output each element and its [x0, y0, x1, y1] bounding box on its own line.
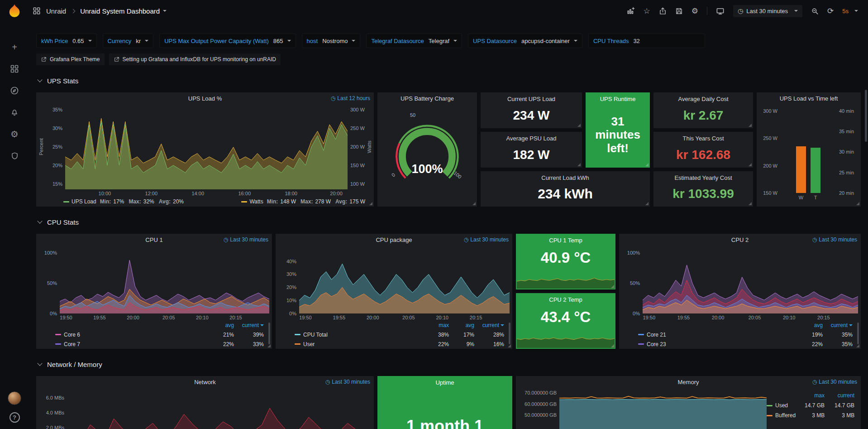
panel-title[interactable]: UPS Battery Charge — [401, 95, 454, 102]
variable-cpu-threads[interactable]: CPU Threads 32 — [588, 34, 706, 48]
series-name[interactable]: Core 6 — [55, 332, 208, 338]
panel-title[interactable]: UPS Load vs Time left — [780, 95, 838, 102]
variable-label: CPU Threads — [593, 38, 629, 44]
share-button[interactable] — [659, 7, 667, 15]
series-name[interactable]: Core 21 — [638, 332, 796, 338]
refresh-interval-picker[interactable]: 5s — [842, 8, 858, 14]
panel-title[interactable]: UPS Load % — [188, 95, 222, 102]
add-panel-button[interactable] — [627, 7, 635, 15]
scrollbar-thumb[interactable] — [865, 90, 867, 142]
save-button[interactable] — [675, 7, 683, 15]
panel-time-range-badge[interactable]: ◷ Last 30 minutes — [812, 379, 857, 385]
panel-title[interactable]: Memory — [678, 379, 699, 386]
sidebar-create-button[interactable]: + — [5, 39, 24, 55]
panel-cpu-1-temp: CPU 1 Temp 40.9 °C — [516, 234, 615, 289]
panel-title[interactable]: Current UPS Load — [507, 96, 555, 102]
dashboard-title-dropdown[interactable]: Unraid System Dashboard — [80, 7, 167, 15]
legend-scrollbar[interactable] — [857, 323, 859, 344]
panel-title[interactable]: CPU 1 — [145, 236, 162, 243]
panel-title[interactable]: Average PSU Load — [506, 135, 556, 142]
panel-title[interactable]: CPU package — [376, 236, 412, 243]
cycle-view-button[interactable] — [716, 7, 725, 15]
panel-time-range-badge[interactable]: ◷ Last 30 minutes — [325, 379, 370, 385]
panel-current-load-kwh: Current Load kWh 234 kWh — [481, 171, 650, 207]
legend-scrollbar[interactable] — [509, 323, 510, 344]
dashboard-settings-button[interactable]: ⚙ — [692, 7, 698, 15]
panel-time-range-badge[interactable]: ◷ Last 30 minutes — [812, 236, 857, 243]
series-name[interactable]: Used — [767, 402, 796, 409]
dashboards-grid-button[interactable] — [33, 7, 41, 15]
sidebar-server-admin-button[interactable] — [5, 148, 24, 164]
variable-kwh-price[interactable]: kWh Price 0.65 — [36, 34, 97, 48]
chevron-down-icon — [37, 361, 42, 366]
legend-sort-max[interactable]: max — [796, 392, 825, 399]
panel-title[interactable]: CPU 2 Temp — [516, 296, 615, 303]
series-name[interactable]: Buffered — [767, 412, 796, 419]
link-grafana-plex-theme[interactable]: Grafana Plex Theme — [36, 53, 105, 65]
panel-title[interactable]: Current Load kWh — [541, 174, 589, 181]
network-chart[interactable]: 2.0 MBs4.0 MBs6.0 MBs — [39, 388, 371, 429]
breadcrumb: Unraid Unraid System Dashboard — [33, 7, 167, 15]
link-ups-monitoring-guide[interactable]: Setting up Grafana and InfluxDB for UPS … — [109, 53, 281, 65]
series-name[interactable]: User — [295, 341, 424, 347]
series-name[interactable]: CPU Total — [295, 332, 424, 338]
panel-title[interactable]: CPU 1 Temp — [516, 237, 615, 244]
panel-title[interactable]: Average Daily Cost — [678, 96, 728, 102]
legend-sort-current[interactable]: current — [823, 322, 853, 328]
cpu-threads-input[interactable]: 32 — [633, 38, 700, 44]
row-header-network-memory[interactable]: Network / Memory — [36, 359, 861, 370]
legend-row: Core 23 22% 35% — [638, 339, 853, 349]
breadcrumb-org[interactable]: Unraid — [46, 7, 66, 15]
ups-load-vs-time-chart[interactable]: 150 W200 W250 W300 W20 min25 min30 min35… — [759, 104, 858, 201]
sort-caret-icon — [849, 324, 853, 326]
variable-currency[interactable]: Currency kr — [103, 34, 154, 48]
refresh-button[interactable]: ⟳ — [827, 7, 834, 15]
stat-value: 31 minutes left! — [586, 102, 650, 168]
time-range-picker[interactable]: ◷ Last 30 minutes — [733, 5, 802, 17]
cpu-package-chart[interactable]: 0%10%20%30%40%19:5019:5520:0020:0520:102… — [278, 246, 510, 321]
legend-sort-current[interactable]: current — [825, 392, 854, 399]
legend-sort-max[interactable]: max — [424, 322, 449, 328]
panel-title[interactable]: Uptime — [377, 379, 512, 386]
row-header-ups-stats[interactable]: UPS Stats — [36, 75, 861, 86]
legend-sort-current[interactable]: current — [234, 322, 264, 328]
variable-ups-datasource[interactable]: UPS Datasource apcupsd-container — [468, 34, 582, 48]
ups-load-chart[interactable]: 15%20%25%30%35%Percent100 W150 W200 W250… — [39, 104, 371, 197]
sidebar-dashboards-button[interactable] — [5, 61, 24, 77]
battery-gauge[interactable]: 0 50 100 100% — [377, 104, 477, 207]
user-avatar[interactable] — [8, 391, 21, 405]
panel-title[interactable]: Network — [194, 379, 216, 386]
page-scrollbar[interactable] — [864, 22, 868, 429]
variable-telegraf-datasource[interactable]: Telegraf Datasource Telegraf — [366, 34, 462, 48]
legend-sort-current[interactable]: current — [474, 322, 504, 328]
sidebar-alerting-button[interactable] — [5, 105, 24, 120]
panel-title[interactable]: Estimated Yearly Cost — [674, 174, 732, 181]
panel-title[interactable]: This Years Cost — [682, 135, 724, 142]
legend-sort-avg[interactable]: avg — [796, 322, 823, 328]
series-name[interactable]: Core 23 — [638, 341, 796, 347]
sidebar-configuration-button[interactable]: ⚙ — [5, 126, 24, 142]
panel-time-range-badge[interactable]: ◷ Last 12 hours — [331, 95, 370, 101]
panel-time-range-badge[interactable]: ◷ Last 30 minutes — [224, 236, 268, 243]
help-button[interactable]: ? — [10, 412, 20, 423]
legend-sort-avg[interactable]: avg — [208, 322, 234, 328]
cpu-1-chart[interactable]: 0%50%100%19:5019:5520:0020:0520:1020:15 — [39, 246, 269, 321]
cpu-2-chart[interactable]: 0%50%100%19:5019:5520:0020:0520:1020:15 — [622, 246, 858, 321]
panel-title[interactable]: CPU 2 — [731, 236, 749, 243]
series-name[interactable]: Core 7 — [55, 341, 208, 347]
memory-chart[interactable]: 50.000000 GB60.000000 GB70.000000 GB — [518, 388, 767, 429]
zoom-out-button[interactable] — [811, 7, 819, 15]
panel-time-range-badge[interactable]: ◷ Last 30 minutes — [464, 236, 509, 243]
sidebar-explore-button[interactable] — [5, 83, 24, 98]
grafana-logo[interactable] — [7, 3, 22, 20]
legend-scrollbar[interactable] — [268, 323, 270, 344]
panel-title[interactable]: UPS Runtime — [600, 96, 636, 102]
row-header-cpu-stats[interactable]: CPU Stats — [36, 217, 861, 227]
legend-sort-avg[interactable]: avg — [449, 322, 474, 328]
variable-ups-max-output[interactable]: UPS Max Output Power Capacity (Watt) 865 — [159, 34, 296, 48]
stat-value: 32% — [143, 198, 154, 205]
star-button[interactable]: ☆ — [644, 7, 650, 15]
series-name[interactable]: Watts — [249, 198, 263, 205]
variable-host[interactable]: host Nostromo — [302, 34, 361, 48]
series-name[interactable]: UPS Load — [72, 198, 96, 205]
